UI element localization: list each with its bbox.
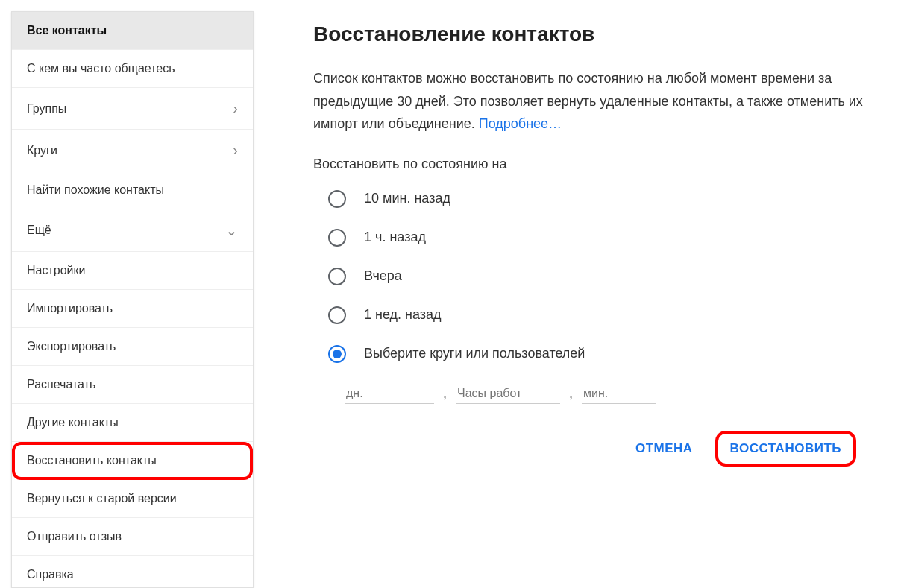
sidebar-item-label: Вернуться к старой версии <box>27 492 177 505</box>
separator: , <box>443 386 447 402</box>
radio-icon-selected <box>328 345 346 363</box>
sidebar-item-label: Настройки <box>27 264 85 277</box>
sidebar-item-label: Круги <box>27 144 57 157</box>
more-link[interactable]: Подробнее… <box>479 116 562 131</box>
sidebar-item-restore-contacts[interactable]: Восстановить контакты <box>12 442 253 480</box>
radio-yesterday[interactable]: Вчера <box>328 268 868 285</box>
sidebar-item-label: Группы <box>27 102 66 116</box>
sidebar-item-frequent[interactable]: С кем вы часто общаетесь <box>12 50 253 88</box>
sidebar-item-label: Ещё <box>27 224 51 237</box>
chevron-right-icon: › <box>233 142 238 159</box>
sidebar-item-label: Другие контакты <box>27 416 119 429</box>
sidebar-item-print[interactable]: Распечатать <box>12 366 253 404</box>
radio-icon <box>328 190 346 208</box>
sidebar-item-help[interactable]: Справка <box>12 556 253 588</box>
radio-label: Выберите круги или пользователей <box>364 346 585 361</box>
restore-subheading: Восстановить по состоянию на <box>313 157 868 172</box>
radio-label: Вчера <box>364 268 402 284</box>
dialog-actions: ОТМЕНА ВОССТАНОВИТЬ <box>313 434 868 464</box>
sidebar-item-import[interactable]: Импортировать <box>12 290 253 328</box>
sidebar-item-circles[interactable]: Круги › <box>12 130 253 171</box>
main-content: Восстановление контактов Список контакто… <box>254 0 898 588</box>
radio-label: 10 мин. назад <box>364 191 450 206</box>
radio-1week[interactable]: 1 нед. назад <box>328 306 868 324</box>
sidebar-item-more[interactable]: Ещё ⌄ <box>12 209 253 252</box>
custom-time-inputs: , , <box>328 384 868 404</box>
sidebar-item-label: Восстановить контакты <box>27 454 157 467</box>
sidebar-item-label: Найти похожие контакты <box>27 183 164 197</box>
radio-label: 1 нед. назад <box>364 307 442 323</box>
sidebar-item-settings[interactable]: Настройки <box>12 252 253 290</box>
hours-input[interactable] <box>456 384 560 404</box>
sidebar-item-groups[interactable]: Группы › <box>12 88 253 130</box>
sidebar-item-label: Все контакты <box>27 24 107 37</box>
sidebar-item-label: С кем вы часто общаетесь <box>27 62 175 75</box>
sidebar: Все контакты С кем вы часто общаетесь Гр… <box>11 11 254 588</box>
sidebar-item-find-similar[interactable]: Найти похожие контакты <box>12 171 253 209</box>
sidebar-item-label: Импортировать <box>27 302 113 315</box>
radio-10min[interactable]: 10 мин. назад <box>328 190 868 208</box>
cancel-button[interactable]: ОТМЕНА <box>624 434 705 464</box>
days-input[interactable] <box>345 384 434 404</box>
radio-icon <box>328 306 346 324</box>
radio-icon <box>328 268 346 285</box>
description-text: Список контактов можно восстановить по с… <box>313 71 863 131</box>
page-title: Восстановление контактов <box>313 22 868 46</box>
chevron-right-icon: › <box>233 100 238 117</box>
sidebar-item-label: Распечатать <box>27 378 95 391</box>
restore-options: 10 мин. назад 1 ч. назад Вчера 1 нед. на… <box>313 190 868 404</box>
sidebar-item-old-version[interactable]: Вернуться к старой версии <box>12 480 253 518</box>
sidebar-item-export[interactable]: Экспортировать <box>12 328 253 366</box>
sidebar-item-other-contacts[interactable]: Другие контакты <box>12 404 253 442</box>
chevron-down-icon: ⌄ <box>225 221 238 239</box>
radio-label: 1 ч. назад <box>364 230 426 245</box>
separator: , <box>569 386 573 402</box>
restore-button[interactable]: ВОССТАНОВИТЬ <box>718 434 853 464</box>
mins-input[interactable] <box>582 384 656 404</box>
page-description: Список контактов можно восстановить по с… <box>313 67 868 136</box>
sidebar-item-feedback[interactable]: Отправить отзыв <box>12 518 253 556</box>
radio-icon <box>328 229 346 247</box>
sidebar-item-label: Справка <box>27 568 74 581</box>
radio-custom[interactable]: Выберите круги или пользователей <box>328 345 868 363</box>
sidebar-item-label: Экспортировать <box>27 340 116 353</box>
sidebar-item-label: Отправить отзыв <box>27 530 122 543</box>
radio-1hour[interactable]: 1 ч. назад <box>328 229 868 247</box>
sidebar-item-all-contacts[interactable]: Все контакты <box>12 12 253 50</box>
